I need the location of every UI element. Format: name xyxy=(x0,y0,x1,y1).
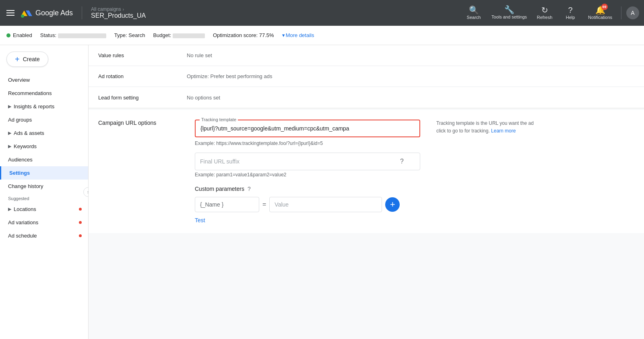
param-name-input[interactable]: {_Name } xyxy=(195,197,259,212)
sidebar-item-label: Ad schedule xyxy=(8,233,37,239)
sidebar-item-label: Keywords xyxy=(14,143,37,149)
sidebar-item-label: Ads & assets xyxy=(14,130,44,136)
sidebar: › + Create Overview Recommendations ▶ In… xyxy=(0,45,89,339)
expand-icon: ▶ xyxy=(8,104,11,109)
sidebar-item-audiences[interactable]: Audiences xyxy=(0,153,88,166)
breadcrumb: All campaigns › SER_Products_UA xyxy=(91,6,146,19)
sidebar-item-locations[interactable]: ▶ Locations xyxy=(0,203,88,216)
refresh-action[interactable]: ↻ Refresh xyxy=(533,4,557,22)
sidebar-item-label: Ad groups xyxy=(8,117,32,123)
campaign-url-section: Campaign URL options Tracking template {… xyxy=(89,110,644,233)
chevron-icon: › xyxy=(123,7,124,12)
nav-left: Google Ads All campaigns › SER_Products_… xyxy=(5,6,462,19)
tracking-template-box[interactable]: Tracking template {lpurl}?utm_source=goo… xyxy=(195,120,420,137)
notifications-action[interactable]: 🔔 69 Notifications xyxy=(584,4,616,22)
test-link[interactable]: Test xyxy=(195,217,420,223)
ad-rotation-value: Optimize: Prefer best performing ads xyxy=(187,73,272,79)
type-field: Type: Search xyxy=(114,32,145,38)
sidebar-item-ad-schedule[interactable]: Ad schedule xyxy=(0,229,88,242)
sidebar-item-keywords[interactable]: ▶ Keywords xyxy=(0,140,88,153)
plus-icon: + xyxy=(15,55,20,63)
campaign-url-info: Tracking template is the URL you want th… xyxy=(436,120,541,223)
expand-icon: ▶ xyxy=(8,144,11,149)
sidebar-item-recommendations[interactable]: Recommendations xyxy=(0,87,88,100)
notification-count: 69 xyxy=(601,4,608,10)
help-icon: ? xyxy=(568,6,573,14)
sidebar-item-overview[interactable]: Overview xyxy=(0,73,88,87)
account-avatar[interactable]: A xyxy=(626,6,639,19)
param-name-value: {_Name } xyxy=(200,201,223,208)
value-rules-row: Value rules No rule set xyxy=(89,45,644,66)
tools-action[interactable]: 🔧 Tools and settings xyxy=(487,3,531,22)
dot-badge xyxy=(79,208,82,211)
sidebar-item-ads-assets[interactable]: ▶ Ads & assets xyxy=(0,126,88,140)
sidebar-item-insights-reports[interactable]: ▶ Insights & reports xyxy=(0,100,88,113)
final-url-suffix-placeholder: Final URL suffix xyxy=(200,158,239,165)
svg-point-0 xyxy=(21,14,24,18)
right-divider xyxy=(621,6,621,19)
opt-score-field: Optimization score: 77.5% xyxy=(213,32,274,38)
value-rules-label: Value rules xyxy=(98,52,187,58)
expand-icon: ▶ xyxy=(8,130,11,136)
google-ads-logo: Google Ads xyxy=(20,6,73,19)
suffix-example-text: Example: param1=value1&param2=value2 xyxy=(195,172,420,178)
budget-field: Budget: xyxy=(153,32,204,38)
top-nav: Google Ads All campaigns › SER_Products_… xyxy=(0,0,644,26)
nav-divider xyxy=(82,6,82,19)
campaign-url-content: Tracking template {lpurl}?utm_source=goo… xyxy=(195,120,420,223)
create-button[interactable]: + Create xyxy=(6,52,48,67)
tracking-template-label: Tracking template xyxy=(200,117,238,122)
ad-rotation-row: Ad rotation Optimize: Prefer best perfor… xyxy=(89,66,644,87)
sidebar-item-settings[interactable]: Settings xyxy=(0,166,88,180)
sidebar-item-label: Locations xyxy=(14,206,36,212)
ad-rotation-label: Ad rotation xyxy=(98,73,187,79)
google-ads-logo-icon xyxy=(20,6,33,19)
campaign-url-label: Campaign URL options xyxy=(98,120,179,223)
main-layout: › + Create Overview Recommendations ▶ In… xyxy=(0,45,644,339)
add-param-button[interactable]: + xyxy=(385,197,400,212)
expand-icon: ▶ xyxy=(8,207,11,212)
search-icon: 🔍 xyxy=(469,6,479,14)
learn-more-link[interactable]: Learn more xyxy=(491,128,516,134)
question-icon[interactable]: ? xyxy=(400,158,404,165)
hamburger-menu[interactable] xyxy=(5,7,16,19)
status-field: Status: xyxy=(40,32,106,38)
custom-params-row: {_Name } = Value + xyxy=(195,197,420,212)
refresh-icon: ↻ xyxy=(541,6,548,14)
chevron-down-icon: ▾ xyxy=(282,32,285,38)
sidebar-item-ad-groups[interactable]: Ad groups xyxy=(0,113,88,126)
budget-value-blurred xyxy=(173,33,205,38)
help-action[interactable]: ? Help xyxy=(558,4,582,22)
param-value-input[interactable]: Value xyxy=(269,197,382,212)
sidebar-item-ad-variations[interactable]: Ad variations xyxy=(0,216,88,229)
sidebar-item-label: Overview xyxy=(8,77,30,83)
sidebar-item-label: Ad variations xyxy=(8,219,38,225)
sidebar-item-label: Change history xyxy=(8,183,43,189)
tools-icon: 🔧 xyxy=(504,6,514,14)
search-action[interactable]: 🔍 Search xyxy=(462,4,486,22)
final-url-suffix-input[interactable]: Final URL suffix ? xyxy=(195,153,420,170)
notification-badge: 🔔 69 xyxy=(595,6,605,14)
lead-form-value: No options set xyxy=(187,95,220,101)
status-value-blurred xyxy=(58,33,106,38)
lead-form-row: Lead form setting No options set xyxy=(89,87,644,108)
sidebar-item-label: Recommendations xyxy=(8,90,52,96)
status-bar: Enabled Status: Type: Search Budget: Opt… xyxy=(0,26,644,45)
enabled-dot xyxy=(6,33,10,37)
opt-score-value: 77.5% xyxy=(259,32,274,38)
dot-badge xyxy=(79,221,82,224)
logo-text: Google Ads xyxy=(35,9,73,17)
dot-badge xyxy=(79,234,82,237)
value-rules-value: No rule set xyxy=(187,52,212,58)
tracking-template-value: {lpurl}?utm_source=google&utm_medium=cpc… xyxy=(200,125,415,132)
more-details-button[interactable]: ▾ More details xyxy=(282,32,314,38)
breadcrumb-parent[interactable]: All campaigns › xyxy=(91,6,146,12)
sidebar-item-change-history[interactable]: Change history xyxy=(0,180,88,193)
sidebar-item-label: Insights & reports xyxy=(14,103,54,110)
settings-section: Value rules No rule set Ad rotation Opti… xyxy=(89,45,644,108)
custom-params-question-icon[interactable]: ? xyxy=(248,186,251,192)
suggested-section-label: Suggested xyxy=(0,193,88,203)
content-area: Value rules No rule set Ad rotation Opti… xyxy=(89,45,644,339)
enabled-status: Enabled xyxy=(6,32,32,38)
nav-right: 🔍 Search 🔧 Tools and settings ↻ Refresh … xyxy=(462,3,639,22)
